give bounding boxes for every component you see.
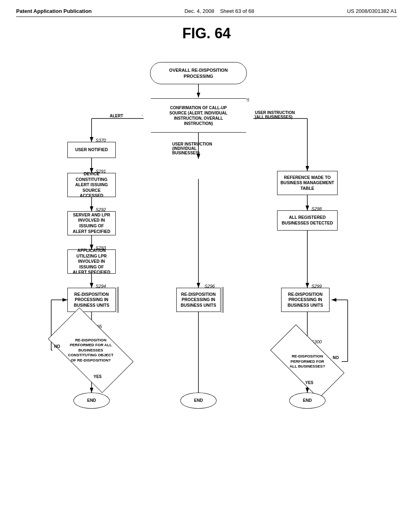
s290-node: CONFIRMATION OF CALL-UP SOURCE (ALERT, I… [142, 98, 255, 133]
end3-node: END [289, 393, 325, 409]
user-instruction-ind-label: USER INSTRUCTION (INDIVIDUAL BUSINESSES) [172, 142, 212, 155]
header-patent-number: US 2008/0301382 A1 [347, 8, 397, 14]
header-publication: Patent Application Publication [16, 8, 92, 14]
s298-node: ALL REGISTERED BUSINESSES DETECTED [277, 210, 338, 231]
yes2-label: YES [305, 380, 313, 385]
page: Patent Application Publication Dec. 4, 2… [0, 0, 413, 532]
s299-node: RE-DISPOSITION PROCESSING IN BUSINESS UN… [281, 288, 330, 312]
s297-node: REFERENCE MADE TO BUSINESS MANAGEMENT TA… [277, 171, 338, 195]
flowchart: OVERALL RE-DISPOSITION PROCESSING S290 C… [25, 54, 388, 497]
page-header: Patent Application Publication Dec. 4, 2… [16, 8, 397, 17]
end1-node: END [73, 393, 110, 409]
header-date-sheet: Dec. 4, 2008 Sheet 63 of 68 [184, 8, 254, 14]
s296-node: RE-DISPOSITION PROCESSING IN BUSINESS UN… [176, 288, 221, 312]
start-node: OVERALL RE-DISPOSITION PROCESSING [150, 62, 247, 84]
s292-node: SERVER AND LPR INVOLVED IN ISSUING OF AL… [67, 211, 116, 235]
s370-node: USER NOTIFIED [67, 142, 116, 158]
yes1-label: YES [94, 374, 102, 379]
no1-label: NO [54, 344, 60, 349]
user-instruction-all-label: USER INSTRUCTION (ALL BUSINESSES) [255, 110, 295, 119]
figure-title: FIG. 64 [16, 25, 397, 42]
s294-node: RE-DISPOSITION PROCESSING IN BUSINESS UN… [67, 288, 116, 312]
s295-node: RE-DISPOSITION PERFORMED FOR ALL BUSINES… [52, 328, 129, 372]
s291-node: DEVICE CONSTITUTING ALERT ISSUING SOURCE… [67, 173, 116, 197]
no2-label: NO [333, 355, 339, 360]
end2-node: END [180, 393, 217, 409]
s293-node: APPLICATION UTILIZING LPR INVOLVED IN IS… [67, 249, 116, 274]
s300-node: RE-DISPOSITION PERFORMED FOR ALL BUSINES… [273, 343, 342, 380]
alert-label: ALERT [110, 114, 123, 118]
